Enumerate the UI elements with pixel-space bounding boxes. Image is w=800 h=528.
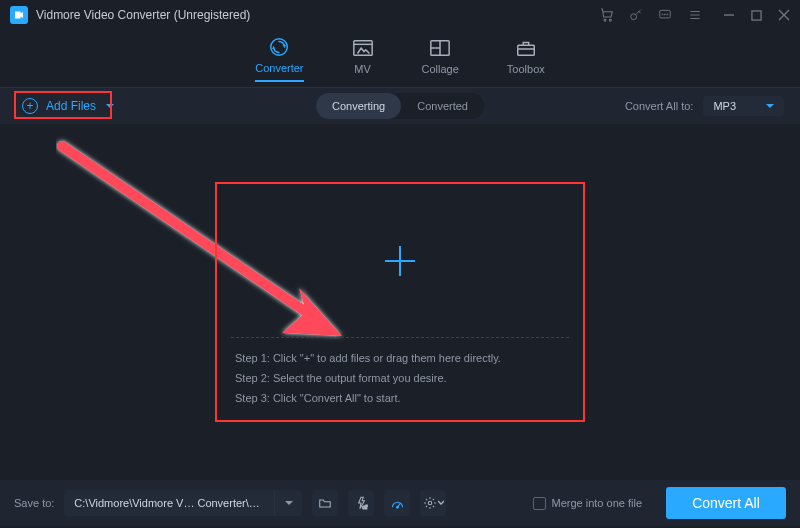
svg-rect-7	[752, 10, 761, 19]
add-files-button[interactable]: Add Files	[16, 94, 120, 118]
converter-icon	[268, 36, 290, 58]
settings-button[interactable]	[420, 490, 446, 516]
convert-all-to-label: Convert All to:	[625, 100, 693, 112]
dropzone-upper[interactable]	[217, 184, 583, 337]
chevron-down-icon[interactable]	[274, 490, 302, 516]
fx-button[interactable]: off	[348, 490, 374, 516]
save-path-value: C:\Vidmore\Vidmore V… Converter\Converte…	[64, 497, 274, 509]
dropzone-steps: Step 1: Click "+" to add files or drag t…	[217, 338, 583, 420]
svg-point-0	[604, 19, 606, 21]
tab-label: MV	[354, 63, 371, 75]
svg-rect-11	[518, 45, 535, 55]
step-text: Step 1: Click "+" to add files or drag t…	[235, 352, 565, 364]
add-files-label: Add Files	[46, 99, 96, 113]
tab-label: Toolbox	[507, 63, 545, 75]
step-text: Step 2: Select the output format you des…	[235, 372, 565, 384]
maximize-icon[interactable]	[751, 10, 762, 21]
speed-button[interactable]	[384, 490, 410, 516]
save-to-label: Save to:	[14, 497, 54, 509]
window-title: Vidmore Video Converter (Unregistered)	[36, 8, 250, 22]
collage-icon	[429, 37, 451, 59]
tab-collage[interactable]: Collage	[422, 37, 459, 81]
close-icon[interactable]	[778, 9, 790, 21]
open-folder-button[interactable]	[312, 490, 338, 516]
format-value: MP3	[713, 100, 736, 112]
minimize-icon[interactable]	[723, 9, 735, 21]
step-text: Step 3: Click "Convert All" to start.	[235, 392, 565, 404]
main-tabs: Converter MV Collage Toolbox	[0, 30, 800, 88]
action-bar: Add Files Converting Converted Convert A…	[0, 88, 800, 124]
cart-icon[interactable]	[599, 7, 615, 23]
toolbox-icon	[515, 37, 537, 59]
dropzone[interactable]: Step 1: Click "+" to add files or drag t…	[215, 182, 585, 422]
bottom-bar: Save to: C:\Vidmore\Vidmore V… Converter…	[0, 480, 800, 526]
plus-circle-icon	[22, 98, 38, 114]
status-segment: Converting Converted	[316, 93, 484, 119]
tab-toolbox[interactable]: Toolbox	[507, 37, 545, 81]
key-icon[interactable]	[629, 8, 643, 22]
convert-all-button[interactable]: Convert All	[666, 487, 786, 519]
svg-point-2	[631, 14, 637, 20]
svg-point-4	[662, 14, 663, 15]
segment-converting[interactable]: Converting	[316, 93, 401, 119]
chevron-down-icon	[106, 104, 114, 108]
tab-converter[interactable]: Converter	[255, 36, 303, 82]
format-dropdown[interactable]: MP3	[703, 96, 784, 116]
title-bar: Vidmore Video Converter (Unregistered)	[0, 0, 800, 30]
merge-checkbox[interactable]: Merge into one file	[533, 497, 643, 510]
chevron-down-icon	[766, 104, 774, 108]
svg-point-13	[396, 506, 398, 508]
svg-point-1	[609, 19, 611, 21]
tab-mv[interactable]: MV	[352, 37, 374, 81]
segment-converted[interactable]: Converted	[401, 93, 484, 119]
save-path-dropdown[interactable]: C:\Vidmore\Vidmore V… Converter\Converte…	[64, 490, 302, 516]
svg-point-5	[665, 14, 666, 15]
svg-point-14	[428, 501, 432, 505]
feedback-icon[interactable]	[657, 8, 673, 22]
merge-label: Merge into one file	[552, 497, 643, 509]
checkbox-icon	[533, 497, 546, 510]
app-logo	[10, 6, 28, 24]
svg-text:off: off	[363, 505, 369, 510]
mv-icon	[352, 37, 374, 59]
tab-label: Collage	[422, 63, 459, 75]
add-plus-icon[interactable]	[385, 246, 415, 276]
tab-label: Converter	[255, 62, 303, 74]
svg-point-6	[667, 14, 668, 15]
menu-icon[interactable]	[687, 8, 703, 22]
main-area: Step 1: Click "+" to add files or drag t…	[0, 124, 800, 480]
